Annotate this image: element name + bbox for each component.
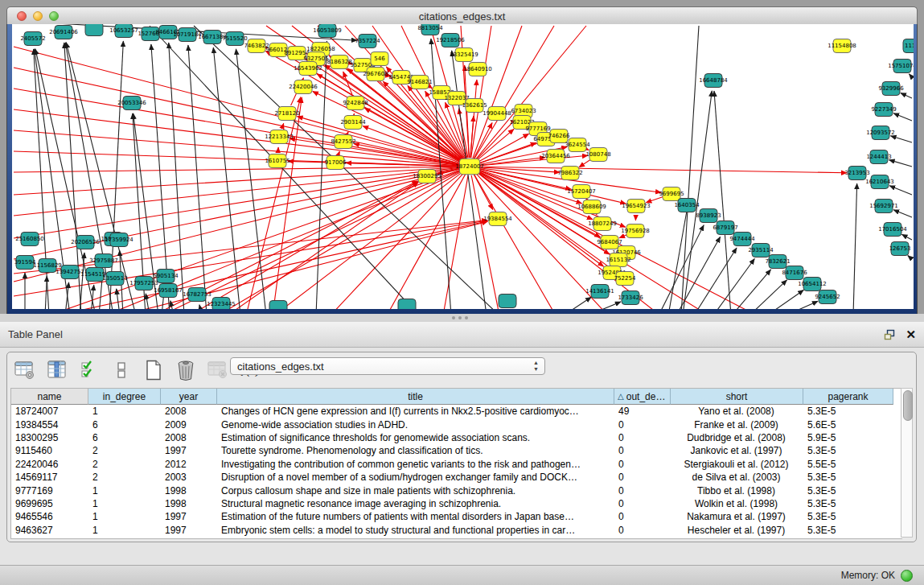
delete-column-icon[interactable] [175,359,197,381]
graph-node[interactable]: 746266 [548,130,570,143]
graph-node[interactable]: 9245652 [815,290,840,304]
table-cell[interactable]: de Silva et al. (2003) [671,472,803,483]
table-cell[interactable]: Yano et al. (2008) [671,406,803,417]
table-cell[interactable]: Corpus callosum shape and size in male p… [217,485,614,496]
graph-node[interactable]: 15751074 [888,60,914,73]
table-row[interactable]: 911546021997Tourette syndrome. Phenomeno… [11,444,902,457]
table-cell[interactable]: 9699695 [11,498,88,509]
graph-node[interactable]: 19218506 [436,34,465,47]
column-header-in_degree[interactable]: in_degree [88,389,161,405]
graph-node[interactable]: 16053809 [313,24,342,38]
table-cell[interactable]: 2 [88,472,161,483]
graph-node[interactable]: 8427552 [331,135,355,149]
table-cell[interactable]: 0 [614,432,671,443]
delete-table-icon[interactable] [207,359,229,381]
float-panel-icon[interactable] [884,329,896,340]
table-scrollbar[interactable] [901,388,913,538]
table-cell[interactable]: 5.3E-5 [803,445,893,456]
graph-node[interactable]: 8813054 [417,24,443,35]
graph-node[interactable]: 12093572 [866,126,895,140]
table-cell[interactable]: 9463627 [11,525,88,536]
graph-node[interactable]: 6879197 [713,221,737,235]
table-cell[interactable]: Tibbo et al. (1998) [671,485,803,496]
table-cell[interactable]: 9777169 [11,485,88,496]
graph-node[interactable]: 16782753 [183,288,211,302]
table-cell[interactable]: 2008 [161,432,217,443]
table-cell[interactable]: 5.6E-5 [803,419,893,431]
graph-node[interactable] [269,301,287,310]
column-header-pagerank[interactable]: pagerank [803,389,893,405]
table-cell[interactable]: 6 [88,432,161,443]
table-cell[interactable]: 5.3E-5 [803,511,893,522]
column-header-short[interactable]: short [671,389,803,405]
table-cell[interactable]: 0 [614,472,671,483]
table-cell[interactable]: Stergiakouli et al. (2012) [671,459,803,470]
graph-node[interactable]: 9474444 [729,233,755,246]
table-cell[interactable]: Franke et al. (2009) [671,419,803,431]
graph-node[interactable]: 19384554 [483,212,512,226]
table-row[interactable]: 1830029562008Estimation of significance … [11,431,902,444]
table-cell[interactable]: 0 [614,445,671,456]
graph-node[interactable]: 1080748 [585,148,610,162]
graph-node[interactable]: 1733426 [618,291,643,305]
divider-grip-icon[interactable] [458,316,462,319]
table-row[interactable]: 1872400712008Changes of HCN gene express… [11,405,902,418]
column-header-year[interactable]: year [161,389,217,405]
table-row[interactable]: 2242004622012Investigating the contribut… [11,458,902,471]
table-settings-icon[interactable] [14,359,36,381]
column-header-name[interactable]: name [11,389,88,405]
table-cell[interactable]: 5.3E-5 [803,498,893,509]
table-cell[interactable]: 14569117 [11,472,88,483]
graph-node[interactable]: 10653257 [109,24,138,38]
table-cell[interactable]: 1 [88,485,161,496]
graph-node[interactable]: 2967608 [363,68,388,81]
table-cell[interactable]: Wolkin et al. (1998) [671,498,803,509]
table-cell[interactable]: 0 [614,511,671,522]
table-cell[interactable]: 49 [614,406,671,417]
graph-node[interactable]: 546 [371,52,388,66]
table-cell[interactable]: 5.9E-5 [803,432,893,443]
graph-node[interactable]: 1615132 [606,253,630,267]
table-cell[interactable]: Structural magnetic resonance image aver… [217,498,614,509]
graph-node[interactable] [499,295,516,308]
column-header-out_de[interactable]: △out_de… [614,389,671,405]
unselect-all-icon[interactable] [110,359,133,381]
panel-divider[interactable] [0,314,924,322]
table-cell[interactable]: 1 [88,406,161,417]
graph-node[interactable]: 8471676 [782,266,807,280]
graph-node[interactable]: 13325419 [450,48,478,62]
table-cell[interactable]: 0 [614,498,671,509]
select-all-icon[interactable] [78,359,101,381]
graph-node[interactable]: 15692971 [869,200,898,213]
table-cell[interactable]: 5.3E-5 [803,525,893,536]
graph-node[interactable]: 1117 [903,39,914,53]
table-cell[interactable]: 5.3E-5 [803,406,893,417]
table-cell[interactable]: 5.5E-5 [803,459,893,470]
graph-node[interactable]: 20053346 [117,97,146,110]
table-cell[interactable]: 1998 [161,485,217,496]
table-cell[interactable]: 5.3E-5 [803,472,893,483]
table-cell[interactable]: Estimation of significance thresholds fo… [217,432,614,443]
table-cell[interactable]: Investigating the contribution of common… [217,459,614,470]
graph-node[interactable]: 10688609 [577,200,606,214]
table-cell[interactable]: 18300295 [11,432,88,443]
graph-node[interactable]: 2405572 [20,32,45,46]
table-cell[interactable]: 2 [88,459,161,470]
graph-node[interactable]: 2718120 [274,107,299,121]
graph-node[interactable]: 1244413 [866,150,891,164]
new-column-icon[interactable] [142,359,165,381]
graph-node[interactable]: 7832621 [765,255,790,269]
graph-node[interactable]: 20691406 [49,26,78,39]
graph-node[interactable]: 17016504 [878,223,907,237]
table-cell[interactable]: 2012 [161,459,217,470]
table-cell[interactable]: 9465546 [11,511,88,522]
graph-node[interactable]: 2903144 [340,116,366,130]
table-cell[interactable]: 2 [88,445,161,456]
graph-node[interactable] [85,24,103,36]
table-cell[interactable]: 2009 [161,419,217,431]
table-cell[interactable]: 18724007 [11,406,88,417]
table-row[interactable]: 946362711997Embryonic stem cells: a mode… [11,524,902,537]
table-cell[interactable]: Jankovic et al. (1997) [671,445,803,456]
graph-node[interactable]: 18724007 [455,159,484,175]
graph-node[interactable]: 7515520 [222,32,247,46]
